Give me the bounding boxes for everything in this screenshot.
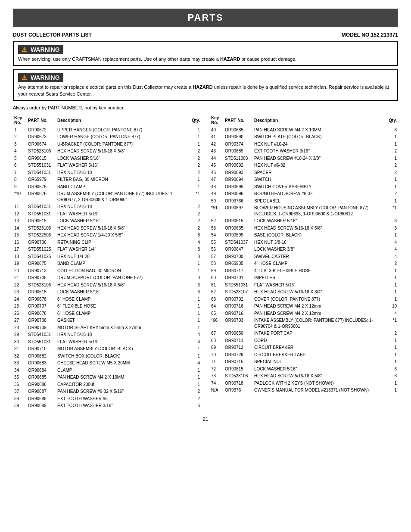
cell-desc: SPEC LABEL — [253, 197, 387, 205]
cell-qty: 6 — [387, 373, 398, 380]
cell-key: 65 — [210, 310, 224, 317]
table-row: 15 STD522506 HEX HEAD SCREW 1/4-20 X 5/8… — [13, 232, 201, 239]
cell-qty: 1 — [387, 296, 398, 303]
table-row: 62 STD523107 HEX HEAD SCREW 5/16-18 X 3/… — [210, 289, 398, 296]
cell-key: 39 — [13, 402, 27, 410]
right-parts-table: Key No. PART No. Description Qty. 40 OR9… — [210, 115, 398, 394]
cell-part: OR90712 — [224, 344, 253, 352]
cell-part: OR90705 — [27, 274, 56, 282]
th-desc-right: Description — [253, 115, 387, 126]
cell-desc: FLAT WASHER 5/16" — [56, 338, 190, 345]
cell-key: 45 — [210, 162, 224, 169]
cell-desc: CIRCUIT BREAKER — [253, 344, 387, 352]
cell-part: OR9376 — [224, 387, 253, 394]
cell-part: OR90683 — [27, 360, 56, 367]
cell-desc: SWITCH COVER ASSEMBLY — [253, 183, 387, 190]
cell-part: STD523107 — [224, 289, 253, 296]
cell-key: *66 — [210, 317, 224, 330]
cell-desc: CIRCUIT BREAKER LABEL — [253, 351, 387, 358]
cell-key: 7 — [13, 169, 27, 176]
warning-title-1: ⚠ WARNING — [18, 45, 63, 54]
cell-qty: 1 — [387, 281, 398, 289]
cell-qty: 2 — [190, 162, 201, 169]
table-row: 17 STD551025 FLAT WASHER 1/4" 8 — [13, 246, 201, 253]
cell-qty: 1 — [190, 303, 201, 310]
warning-text-1: When servicing, use only CRAFTSMAN repla… — [18, 56, 393, 62]
cell-key: 43 — [210, 148, 224, 155]
cell-desc: 4" HOSE CLAMP — [253, 260, 387, 268]
cell-key: 61 — [210, 281, 224, 289]
cell-key: 50 — [210, 197, 224, 205]
cell-qty: 2 — [387, 162, 398, 169]
cell-part: OR90716 — [224, 310, 253, 317]
table-row: *10 OR90676 DRUM ASSEMBLY (COLOR: PANTON… — [13, 190, 201, 203]
cell-qty: 1 — [387, 358, 398, 366]
table-row: 2 OR90673 LOWER HANGE (COLOR: PANTONE 87… — [13, 134, 201, 141]
cell-key: 71 — [210, 358, 224, 366]
table-row: 39 OR90689 EXT TOOTH WASHER 3/16" 6 — [13, 402, 201, 410]
cell-qty: 2 — [387, 330, 398, 337]
table-row: 47 OR90694 SWITCH 1 — [210, 176, 398, 184]
table-row: 57 OR90700 SWIVEL CASTER 4 — [210, 253, 398, 260]
cell-qty: 1 — [387, 155, 398, 162]
th-key-left: Key No. — [13, 115, 27, 126]
cell-desc: INTAKE ASSEMBLY (COLOR: PANTONE 877) INC… — [253, 317, 387, 330]
cell-key: 2 — [13, 134, 27, 141]
cell-key: 63 — [210, 296, 224, 303]
cell-desc: PADLOCK WITH 2 KEYS (NOT SHOWN) — [253, 380, 387, 387]
th-desc-left: Description — [56, 115, 190, 126]
cell-part: STD541031 — [27, 203, 56, 211]
cell-desc: INTAKE PORT CAP — [253, 330, 387, 337]
cell-qty: *1 — [190, 190, 201, 203]
cell-key: 24 — [13, 296, 27, 303]
cell-part: OR90615 — [27, 218, 56, 225]
warning-box-2: ⚠ WARNING Any attempt to repair or repla… — [13, 69, 398, 101]
cell-qty: 6 — [387, 224, 398, 232]
cell-part: STD541031 — [27, 331, 56, 339]
cell-part: OR90672 — [27, 126, 56, 134]
cell-key: 23 — [13, 289, 27, 296]
cell-key: 73 — [210, 373, 224, 380]
cell-key: 22 — [13, 281, 27, 289]
cell-part: STD551025 — [27, 246, 56, 253]
cell-part: OR90695 — [224, 183, 253, 190]
cell-qty: 4 — [190, 239, 201, 246]
cell-qty: 8 — [190, 246, 201, 253]
cell-key: 17 — [13, 246, 27, 253]
cell-desc: CORD — [253, 337, 387, 344]
cell-desc: MOTOR ASSEMBLY (COLOR: BLACK) — [56, 345, 190, 353]
cell-desc: U-BRACKET (COLOR: PANTONE 877) — [56, 140, 190, 148]
cell-key: 72 — [210, 365, 224, 373]
cell-desc: BASE (COLOR: BLACK) — [253, 232, 387, 239]
cell-key: 29 — [13, 331, 27, 339]
cell-part: OR90707 — [27, 303, 56, 310]
cell-desc: HEX NUT 5/16-18 — [56, 331, 190, 339]
cell-part: OR90701 — [224, 274, 253, 282]
th-part-left: PART No. — [27, 115, 56, 126]
cell-qty: 4 — [387, 239, 398, 246]
cell-qty: *1 — [387, 317, 398, 330]
cell-qty: 1 — [190, 352, 201, 360]
cell-desc: BAND CLAMP — [56, 260, 190, 268]
cell-qty: 1 — [190, 126, 201, 134]
cell-part: OR90709 — [27, 324, 56, 331]
cell-part: OR90615 — [224, 218, 253, 225]
cell-desc: FLAT WASHER 5/16" — [56, 162, 190, 169]
cell-key: 12 — [13, 210, 27, 218]
cell-qty: 4 — [387, 246, 398, 253]
table-row: 58 OR65935 4" HOSE CLAMP 2 — [210, 260, 398, 268]
cell-part: OR90615 — [27, 289, 56, 296]
cell-part: OR90685 — [27, 374, 56, 381]
cell-desc: HEX NUT 5/16-18 — [56, 203, 190, 211]
cell-desc: SPECIAL NUT — [253, 358, 387, 366]
cell-part: OR90699 — [224, 232, 253, 239]
cell-key: 11 — [13, 203, 27, 211]
cell-part: STD541025 — [27, 253, 56, 260]
cell-qty: 1 — [387, 274, 398, 282]
table-row: 52 OR90615 LOCK WASHER 5/16" 6 — [210, 218, 398, 225]
cell-part: STD551031 — [224, 281, 253, 289]
table-row: 67 OR90650 INTAKE PORT CAP 2 — [210, 330, 398, 337]
table-row: 44 STD511003 PAN HEAD SCREW #10-24 X 3/8… — [210, 155, 398, 162]
cell-key: N/A — [210, 387, 224, 394]
cell-key: 13 — [13, 218, 27, 225]
